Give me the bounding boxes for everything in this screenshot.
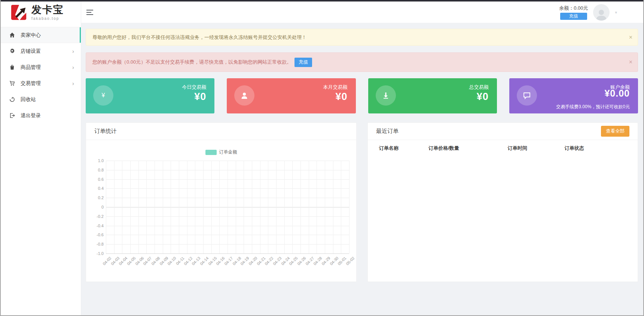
stat-card-3: 总交易额¥0	[368, 78, 497, 113]
x-axis-tick: 04-06	[134, 256, 144, 266]
gridline-v	[187, 161, 187, 253]
main-content: 尊敬的用户您好，我们平台不接任何违法违规业务，一经发现将永久冻结账号并提交公安机…	[81, 23, 643, 315]
sidebar-item-6[interactable]: 退出登录	[1, 107, 81, 124]
sidebar: 发卡宝 fakabao.top 卖家中心店铺设置›商品管理›交易管理›回收站退出…	[1, 1, 81, 315]
x-axis-tick: 04-24	[280, 256, 290, 266]
stat-card-label: 本月交易额	[323, 84, 348, 91]
sidebar-item-5[interactable]: 回收站	[1, 91, 81, 107]
close-icon[interactable]: ×	[629, 34, 632, 40]
gridline-v	[349, 161, 350, 253]
y-axis-tick: 1.0	[98, 158, 104, 163]
sidebar-item-label: 商品管理	[21, 64, 41, 71]
sidebar-item-label: 回收站	[21, 96, 36, 103]
x-axis-tick: 04-27	[305, 256, 315, 266]
chart-legend[interactable]: 订单金额	[86, 149, 356, 155]
x-axis-tick: 04-07	[142, 256, 152, 266]
gridline-v	[292, 161, 293, 253]
x-axis-tick: 04-22	[264, 256, 274, 266]
y-axis-tick: -0.6	[97, 233, 104, 237]
stat-card-value: ¥0	[194, 91, 206, 103]
y-axis-tick: 0.4	[98, 186, 104, 191]
download-icon	[376, 85, 396, 106]
x-axis-tick: 04-18	[232, 256, 242, 266]
orders-column-header: 订单名称	[379, 145, 428, 152]
brand-name: 发卡宝	[31, 5, 64, 15]
recycle-icon	[9, 97, 15, 103]
y-axis-tick: 0.2	[98, 195, 104, 200]
x-axis-tick: 05-02	[345, 256, 355, 266]
gridline-v	[309, 161, 309, 253]
x-axis-tick: 04-25	[288, 256, 298, 266]
gridline-v	[219, 161, 220, 253]
sidebar-item-2[interactable]: 店铺设置›	[1, 43, 81, 59]
view-all-button[interactable]: 查看全部	[601, 126, 629, 137]
x-axis-tick: 04-23	[272, 256, 282, 266]
gridline-v	[163, 161, 163, 253]
stat-card-label: 今日交易额	[182, 84, 206, 91]
stat-card-2: 本月交易额¥0	[227, 78, 355, 113]
line-chart: 1.00.80.60.40.20-0.2-0.4-0.6-0.8-1.004-0…	[106, 161, 349, 253]
x-axis-tick: 04-19	[239, 256, 250, 266]
x-axis-tick: 04-03	[110, 256, 120, 266]
stat-card-note: 交易手续费3.00%，预计还可收款0元	[556, 104, 630, 110]
gridline-v	[317, 161, 317, 253]
y-axis-tick: -1.0	[97, 251, 104, 256]
alert-danger: 您的账户余额（0.00元）不足以支付交易手续费，请尽快充值，以免影响您的网站正常…	[86, 52, 638, 72]
balance-label: 余额：0.00元	[559, 5, 588, 12]
legend-label: 订单金额	[219, 149, 237, 155]
y-axis-tick: -0.4	[97, 224, 104, 228]
sidebar-item-1[interactable]: 卖家中心	[1, 27, 81, 43]
user-dropdown-caret-icon[interactable]: ▾	[615, 10, 617, 15]
sidebar-item-label: 卖家中心	[21, 32, 41, 39]
avatar[interactable]	[593, 4, 610, 21]
y-axis-tick: -0.2	[97, 214, 104, 219]
stat-card-1: ¥今日交易额¥0	[86, 78, 214, 113]
recharge-button[interactable]: 充值	[560, 13, 587, 20]
gridline-v	[155, 161, 155, 253]
x-axis-tick: 04-26	[296, 256, 306, 266]
gridline-v	[138, 161, 139, 253]
stat-card-value: ¥0	[335, 91, 347, 103]
x-axis-tick: 04-09	[159, 256, 169, 266]
sidebar-item-3[interactable]: 商品管理›	[1, 59, 81, 75]
x-axis-tick: 04-11	[175, 256, 185, 266]
gridline-v	[146, 161, 147, 253]
gridline-v	[300, 161, 301, 253]
x-axis-tick: 04-13	[191, 256, 201, 266]
x-axis-tick: 04-30	[329, 256, 339, 266]
gridline-v	[122, 161, 122, 253]
balance-box: 余额：0.00元 充值	[559, 5, 588, 20]
alert-recharge-button[interactable]: 充值	[294, 58, 312, 67]
hamburger-menu-icon[interactable]	[86, 8, 95, 17]
gridline-v	[284, 161, 285, 253]
message-icon	[517, 85, 537, 106]
y-axis-tick: 0	[101, 205, 104, 209]
sidebar-item-4[interactable]: 交易管理›	[1, 75, 81, 91]
x-axis-tick: 04-05	[126, 256, 136, 266]
close-icon[interactable]: ×	[629, 59, 632, 65]
chevron-right-icon: ›	[72, 64, 74, 70]
x-axis-tick: 04-20	[248, 256, 258, 266]
sidebar-item-label: 退出登录	[21, 112, 41, 119]
sidebar-item-label: 交易管理	[21, 80, 41, 87]
stat-card-label: 总交易额	[469, 84, 489, 91]
user-icon	[234, 85, 254, 106]
brand-logo-icon	[10, 4, 28, 21]
gridline-v	[203, 161, 204, 253]
x-axis-tick: 05-01	[337, 256, 347, 266]
order-stats-panel: 订单统计 订单金额 1.00.80.60.40.20-0.2-0.4-0.6-0…	[86, 122, 357, 282]
x-axis-tick: 04-04	[118, 256, 128, 266]
x-axis-tick: 04-14	[199, 256, 209, 266]
gridline-v	[195, 161, 195, 253]
recent-orders-panel: 最近订单 查看全部 订单名称订单价格/数量订单时间订单状态	[367, 122, 638, 282]
y-axis-tick: 0.6	[98, 177, 104, 182]
orders-column-header: 订单时间	[508, 145, 565, 152]
gridline-v	[211, 161, 212, 253]
yen-icon: ¥	[93, 85, 113, 106]
y-axis-tick: 0.8	[98, 168, 104, 172]
x-axis-tick: 04-10	[167, 256, 177, 266]
chevron-right-icon: ›	[72, 80, 74, 86]
svg-text:¥: ¥	[101, 92, 105, 98]
x-axis-tick: 04-12	[183, 256, 193, 266]
stat-card-value: ¥0	[477, 91, 489, 103]
